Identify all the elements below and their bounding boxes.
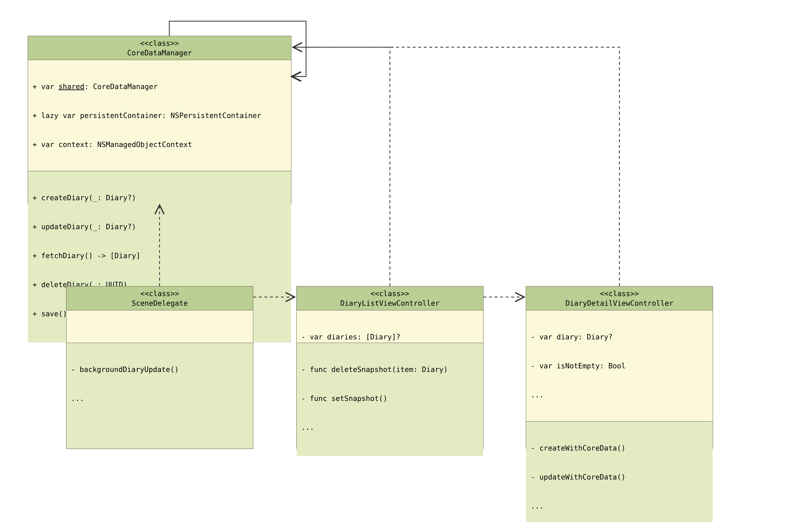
- operation-line: - createWithCoreData(): [531, 443, 708, 453]
- operation-line: + updateDiary(_: Diary?): [33, 222, 286, 232]
- class-operations: - backgroundDiaryUpdate() ...: [66, 343, 253, 448]
- attribute-line: - var isNotEmpty: Bool: [531, 361, 708, 370]
- class-attributes: - var diaries: [Diary]? ...: [297, 310, 483, 343]
- class-header: <<class>> SceneDelegate: [66, 286, 253, 310]
- class-operations: - createWithCoreData() - updateWithCoreD…: [526, 422, 713, 522]
- class-attributes: - var diary: Diary? - var isNotEmpty: Bo…: [526, 310, 713, 422]
- class-coredatamanager: <<class>> CoreDataManager + var shared: …: [28, 36, 291, 203]
- edge-diarylist-to-coredatamanager: [293, 47, 390, 286]
- class-scenedelegate: <<class>> SceneDelegate - backgroundDiar…: [66, 286, 253, 449]
- operation-line: ...: [531, 501, 708, 511]
- class-header: <<class>> DiaryListViewController: [297, 286, 483, 310]
- attribute-line: + lazy var persistentContainer: NSPersis…: [33, 111, 286, 120]
- stereotype-label: <<class>>: [298, 289, 482, 298]
- stereotype-label: <<class>>: [528, 289, 711, 298]
- class-header: <<class>> CoreDataManager: [28, 36, 291, 60]
- operation-line: - func setSnapshot(): [301, 394, 479, 403]
- class-name: DiaryListViewController: [298, 298, 482, 308]
- operation-line: ...: [71, 394, 248, 403]
- stereotype-label: <<class>>: [29, 38, 289, 48]
- attribute-line: + var context: NSManagedObjectContext: [33, 140, 286, 149]
- class-header: <<class>> DiaryDetailViewController: [526, 286, 713, 310]
- operation-line: - updateWithCoreData(): [531, 472, 708, 482]
- operation-line: ...: [301, 423, 479, 432]
- class-name: SceneDelegate: [68, 298, 251, 308]
- attribute-line: + var shared: CoreDataManager: [33, 82, 286, 91]
- operation-line: - backgroundDiaryUpdate(): [71, 365, 248, 374]
- static-member: shared: [58, 82, 84, 91]
- attribute-line: ...: [531, 390, 708, 400]
- attribute-line: - var diaries: [Diary]?: [301, 332, 479, 342]
- class-attributes: [66, 310, 253, 343]
- operation-line: + fetchDiary() -> [Diary]: [33, 251, 286, 260]
- class-name: CoreDataManager: [29, 48, 289, 58]
- stereotype-label: <<class>>: [68, 289, 251, 298]
- class-operations: - func deleteSnapshot(item: Diary) - fun…: [297, 343, 483, 456]
- attribute-line: - var diary: Diary?: [531, 332, 708, 342]
- operation-line: - func deleteSnapshot(item: Diary): [301, 365, 479, 374]
- edge-diarydetail-to-coredatamanager: [293, 47, 620, 286]
- class-diarydetailviewcontroller: <<class>> DiaryDetailViewController - va…: [526, 286, 713, 449]
- class-name: DiaryDetailViewController: [528, 298, 711, 308]
- operation-line: + createDiary(_: Diary?): [33, 193, 286, 202]
- class-diarylistviewcontroller: <<class>> DiaryListViewController - var …: [296, 286, 484, 449]
- class-attributes: + var shared: CoreDataManager + lazy var…: [28, 60, 291, 171]
